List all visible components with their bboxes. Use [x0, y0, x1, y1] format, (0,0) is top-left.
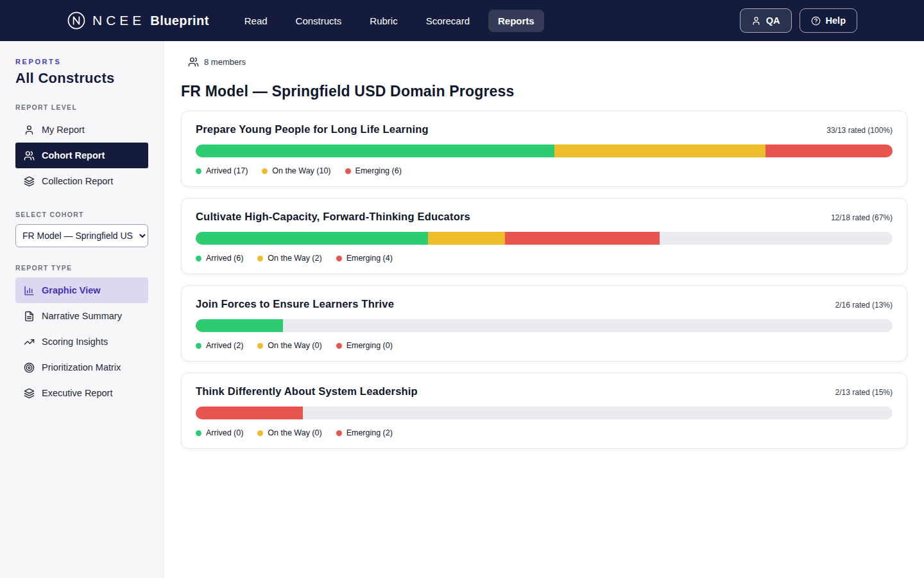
nav-link-constructs[interactable]: Constructs	[286, 10, 352, 32]
qa-button[interactable]: QA	[740, 8, 792, 33]
sidebar-title: All Constructs	[15, 70, 148, 87]
legend-dot	[336, 343, 342, 349]
legend-dot	[336, 430, 342, 436]
select-cohort-label: SELECT COHORT	[15, 211, 148, 218]
legend-dot	[257, 343, 263, 349]
help-button[interactable]: Help	[800, 8, 857, 33]
domain-card-title: Join Forces to Ensure Learners Thrive	[196, 298, 394, 310]
report-type-label: REPORT TYPE	[15, 264, 148, 272]
legend-item-emerging: Emerging (0)	[336, 341, 393, 350]
domain-card: Cultivate High-Capacity, Forward-Thinkin…	[181, 198, 907, 274]
rated-summary: 33/13 rated (100%)	[826, 126, 893, 135]
legend-label: Arrived (2)	[206, 341, 243, 350]
legend-label: Arrived (0)	[206, 428, 243, 437]
progress-segment-emerging	[505, 232, 660, 245]
nav-link-reports[interactable]: Reports	[488, 10, 544, 32]
progress-segment-emerging	[766, 144, 893, 157]
brand-ncee-text: NCEE	[92, 13, 145, 28]
progress-bar	[196, 144, 893, 157]
legend-item-arrived: Arrived (17)	[196, 166, 248, 175]
legend-label: Emerging (0)	[346, 341, 393, 350]
progress-segment-emerging	[196, 407, 303, 419]
legend-label: Emerging (4)	[346, 254, 393, 263]
legend-dot	[257, 430, 263, 436]
legend-dot	[257, 256, 263, 261]
rated-summary: 2/16 rated (13%)	[835, 301, 893, 310]
sidebar-item-label: Graphic View	[42, 285, 101, 295]
legend-label: Arrived (6)	[206, 254, 243, 263]
legend-label: On the Way (0)	[268, 341, 321, 350]
sidebar-item-label: Scoring Insights	[42, 337, 108, 347]
sidebar-item-label: Narrative Summary	[42, 311, 122, 321]
main-content: 8 members FR Model — Springfield USD Dom…	[164, 41, 924, 464]
users-icon	[24, 150, 35, 161]
sidebar-item-label: My Report	[42, 125, 85, 135]
sidebar-item-collection-report[interactable]: Collection Report	[15, 168, 148, 194]
progress-segment-arrived	[196, 144, 554, 157]
qa-label: QA	[766, 15, 780, 26]
domain-card-title: Prepare Young People for Long Life Learn…	[196, 123, 429, 136]
sidebar-item-scoring-insights[interactable]: Scoring Insights	[15, 329, 148, 355]
legend: Arrived (6) On the Way (2) Emerging (4)	[196, 254, 893, 263]
cohort-select[interactable]: FR Model — Springfield USD	[15, 224, 148, 247]
sidebar-eyebrow: REPORTS	[15, 58, 148, 66]
legend-item-arrived: Arrived (6)	[196, 254, 243, 263]
nav-link-read[interactable]: Read	[235, 10, 277, 32]
legend-dot	[196, 343, 201, 349]
legend-label: Emerging (6)	[355, 166, 402, 175]
document-icon	[24, 311, 35, 322]
domain-card: Think Differently About System Leadershi…	[181, 372, 907, 449]
layers-icon	[24, 176, 35, 187]
layers-icon	[24, 388, 35, 399]
members-label: 8 members	[204, 57, 246, 67]
legend-dot	[345, 168, 351, 174]
legend-item-on-the-way: On the Way (10)	[262, 166, 330, 175]
legend-dot	[336, 256, 342, 261]
members-count: 8 members	[188, 57, 907, 67]
top-navbar: NCEE Blueprint Read Constructs Rubric Sc…	[0, 0, 924, 41]
sidebar-item-narrative-summary[interactable]: Narrative Summary	[15, 303, 148, 329]
legend-item-emerging: Emerging (6)	[345, 166, 402, 175]
progress-segment-on-the-way	[554, 144, 766, 157]
progress-bar	[196, 232, 893, 245]
domain-card-title: Cultivate High-Capacity, Forward-Thinkin…	[196, 211, 470, 223]
progress-segment-arrived	[196, 232, 428, 245]
sidebar-item-executive-report[interactable]: Executive Report	[15, 380, 148, 406]
domain-card-title: Think Differently About System Leadershi…	[196, 385, 418, 398]
report-level-label: REPORT LEVEL	[15, 103, 148, 111]
progress-segment-arrived	[196, 319, 283, 332]
progress-bar	[196, 319, 893, 332]
sidebar-item-my-report[interactable]: My Report	[15, 117, 148, 143]
legend: Arrived (2) On the Way (0) Emerging (0)	[196, 341, 893, 350]
nav-link-rubric[interactable]: Rubric	[360, 10, 407, 32]
legend-item-on-the-way: On the Way (0)	[257, 341, 321, 350]
user-icon	[751, 16, 761, 26]
trending-up-icon	[24, 337, 35, 347]
brand[interactable]: NCEE Blueprint	[67, 11, 209, 30]
legend-label: On the Way (0)	[268, 428, 321, 437]
sidebar: REPORTS All Constructs REPORT LEVEL My R…	[0, 41, 164, 578]
domain-card: Join Forces to Ensure Learners Thrive 2/…	[181, 285, 907, 362]
legend-label: Emerging (2)	[346, 428, 393, 437]
sidebar-item-graphic-view[interactable]: Graphic View	[15, 277, 148, 303]
sidebar-item-label: Executive Report	[42, 388, 112, 398]
legend-dot	[196, 430, 201, 436]
progress-bar	[196, 407, 893, 419]
legend-item-emerging: Emerging (4)	[336, 254, 393, 263]
nav-link-scorecard[interactable]: Scorecard	[416, 10, 479, 32]
legend: Arrived (0) On the Way (0) Emerging (2)	[196, 428, 893, 437]
legend-label: On the Way (10)	[272, 166, 330, 175]
legend-dot	[196, 256, 201, 261]
help-label: Help	[826, 15, 846, 26]
legend: Arrived (17) On the Way (10) Emerging (6…	[196, 166, 893, 175]
legend-label: On the Way (2)	[268, 254, 321, 263]
brand-blueprint-text: Blueprint	[150, 13, 209, 28]
main-nav: Read Constructs Rubric Scorecard Reports	[235, 10, 544, 32]
user-icon	[24, 125, 35, 136]
page-title: FR Model — Springfield USD Domain Progre…	[181, 83, 907, 100]
legend-dot	[196, 168, 201, 174]
sidebar-item-prioritization-matrix[interactable]: Prioritization Matrix	[15, 355, 148, 380]
members-icon	[188, 57, 199, 67]
sidebar-item-label: Collection Report	[42, 176, 113, 186]
sidebar-item-cohort-report[interactable]: Cohort Report	[15, 143, 148, 168]
